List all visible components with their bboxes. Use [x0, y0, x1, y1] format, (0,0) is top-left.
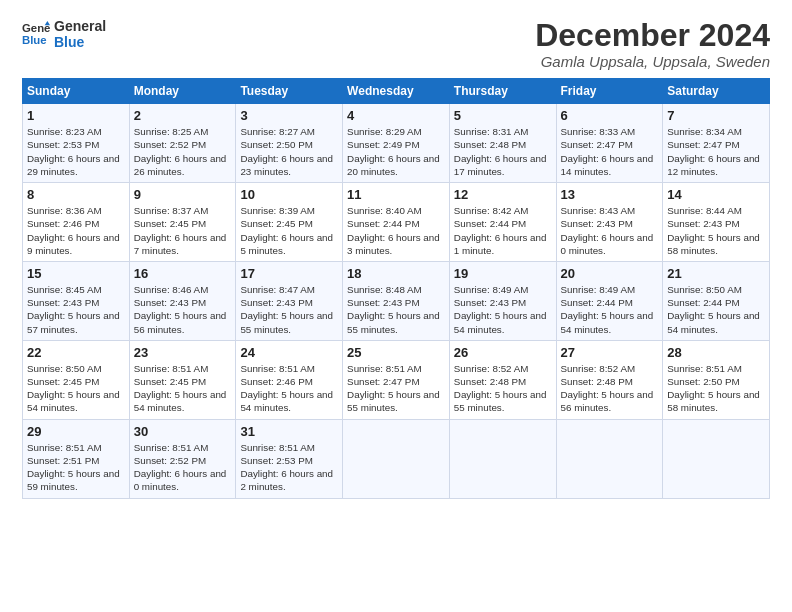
daylight-label: Daylight: 5 hours and 54 minutes. [561, 310, 654, 334]
sunset-label: Sunset: 2:49 PM [347, 139, 419, 150]
sunset-label: Sunset: 2:46 PM [240, 376, 312, 387]
day-info: Sunrise: 8:25 AM Sunset: 2:52 PM Dayligh… [134, 125, 232, 178]
sunset-label: Sunset: 2:43 PM [347, 297, 419, 308]
calendar-week-4: 22 Sunrise: 8:50 AM Sunset: 2:45 PM Dayl… [23, 340, 770, 419]
sunrise-label: Sunrise: 8:33 AM [561, 126, 636, 137]
calendar-cell: 11 Sunrise: 8:40 AM Sunset: 2:44 PM Dayl… [343, 183, 450, 262]
sunset-label: Sunset: 2:43 PM [561, 218, 633, 229]
sunrise-label: Sunrise: 8:27 AM [240, 126, 315, 137]
daylight-label: Daylight: 6 hours and 5 minutes. [240, 232, 333, 256]
day-number: 12 [454, 187, 552, 202]
daylight-label: Daylight: 6 hours and 0 minutes. [561, 232, 654, 256]
sunrise-label: Sunrise: 8:50 AM [667, 284, 742, 295]
daylight-label: Daylight: 6 hours and 9 minutes. [27, 232, 120, 256]
day-number: 26 [454, 345, 552, 360]
header-day-monday: Monday [129, 79, 236, 104]
daylight-label: Daylight: 6 hours and 26 minutes. [134, 153, 227, 177]
svg-text:Blue: Blue [22, 34, 47, 46]
day-number: 25 [347, 345, 445, 360]
day-info: Sunrise: 8:51 AM Sunset: 2:50 PM Dayligh… [667, 362, 765, 415]
sunrise-label: Sunrise: 8:51 AM [134, 363, 209, 374]
sunset-label: Sunset: 2:44 PM [667, 297, 739, 308]
day-info: Sunrise: 8:44 AM Sunset: 2:43 PM Dayligh… [667, 204, 765, 257]
sunset-label: Sunset: 2:45 PM [134, 376, 206, 387]
sunrise-label: Sunrise: 8:51 AM [667, 363, 742, 374]
calendar-cell: 10 Sunrise: 8:39 AM Sunset: 2:45 PM Dayl… [236, 183, 343, 262]
day-info: Sunrise: 8:47 AM Sunset: 2:43 PM Dayligh… [240, 283, 338, 336]
calendar-cell: 28 Sunrise: 8:51 AM Sunset: 2:50 PM Dayl… [663, 340, 770, 419]
day-info: Sunrise: 8:51 AM Sunset: 2:45 PM Dayligh… [134, 362, 232, 415]
header-day-tuesday: Tuesday [236, 79, 343, 104]
sunset-label: Sunset: 2:44 PM [347, 218, 419, 229]
daylight-label: Daylight: 5 hours and 59 minutes. [27, 468, 120, 492]
sunrise-label: Sunrise: 8:45 AM [27, 284, 102, 295]
calendar-cell: 21 Sunrise: 8:50 AM Sunset: 2:44 PM Dayl… [663, 261, 770, 340]
day-number: 21 [667, 266, 765, 281]
daylight-label: Daylight: 6 hours and 2 minutes. [240, 468, 333, 492]
sunset-label: Sunset: 2:47 PM [347, 376, 419, 387]
sunrise-label: Sunrise: 8:49 AM [454, 284, 529, 295]
day-info: Sunrise: 8:49 AM Sunset: 2:43 PM Dayligh… [454, 283, 552, 336]
sunset-label: Sunset: 2:48 PM [454, 376, 526, 387]
sunset-label: Sunset: 2:45 PM [27, 376, 99, 387]
day-number: 29 [27, 424, 125, 439]
calendar-cell: 31 Sunrise: 8:51 AM Sunset: 2:53 PM Dayl… [236, 419, 343, 498]
daylight-label: Daylight: 5 hours and 55 minutes. [454, 389, 547, 413]
day-info: Sunrise: 8:46 AM Sunset: 2:43 PM Dayligh… [134, 283, 232, 336]
day-info: Sunrise: 8:29 AM Sunset: 2:49 PM Dayligh… [347, 125, 445, 178]
daylight-label: Daylight: 5 hours and 54 minutes. [27, 389, 120, 413]
calendar-cell: 1 Sunrise: 8:23 AM Sunset: 2:53 PM Dayli… [23, 104, 130, 183]
day-number: 3 [240, 108, 338, 123]
calendar-cell [556, 419, 663, 498]
daylight-label: Daylight: 5 hours and 54 minutes. [667, 310, 760, 334]
calendar-cell: 9 Sunrise: 8:37 AM Sunset: 2:45 PM Dayli… [129, 183, 236, 262]
sunrise-label: Sunrise: 8:29 AM [347, 126, 422, 137]
day-number: 15 [27, 266, 125, 281]
sunrise-label: Sunrise: 8:50 AM [27, 363, 102, 374]
calendar-cell: 8 Sunrise: 8:36 AM Sunset: 2:46 PM Dayli… [23, 183, 130, 262]
sunset-label: Sunset: 2:44 PM [454, 218, 526, 229]
day-number: 24 [240, 345, 338, 360]
sunrise-label: Sunrise: 8:43 AM [561, 205, 636, 216]
calendar-cell: 25 Sunrise: 8:51 AM Sunset: 2:47 PM Dayl… [343, 340, 450, 419]
sunset-label: Sunset: 2:47 PM [667, 139, 739, 150]
day-number: 19 [454, 266, 552, 281]
sunrise-label: Sunrise: 8:23 AM [27, 126, 102, 137]
calendar-cell: 18 Sunrise: 8:48 AM Sunset: 2:43 PM Dayl… [343, 261, 450, 340]
calendar-cell: 5 Sunrise: 8:31 AM Sunset: 2:48 PM Dayli… [449, 104, 556, 183]
day-info: Sunrise: 8:51 AM Sunset: 2:52 PM Dayligh… [134, 441, 232, 494]
calendar-cell: 13 Sunrise: 8:43 AM Sunset: 2:43 PM Dayl… [556, 183, 663, 262]
calendar-cell [663, 419, 770, 498]
day-info: Sunrise: 8:51 AM Sunset: 2:46 PM Dayligh… [240, 362, 338, 415]
day-number: 17 [240, 266, 338, 281]
day-info: Sunrise: 8:34 AM Sunset: 2:47 PM Dayligh… [667, 125, 765, 178]
daylight-label: Daylight: 5 hours and 54 minutes. [134, 389, 227, 413]
day-number: 9 [134, 187, 232, 202]
calendar-cell: 20 Sunrise: 8:49 AM Sunset: 2:44 PM Dayl… [556, 261, 663, 340]
sunrise-label: Sunrise: 8:34 AM [667, 126, 742, 137]
daylight-label: Daylight: 5 hours and 56 minutes. [561, 389, 654, 413]
daylight-label: Daylight: 6 hours and 17 minutes. [454, 153, 547, 177]
daylight-label: Daylight: 5 hours and 54 minutes. [240, 389, 333, 413]
sunset-label: Sunset: 2:53 PM [240, 455, 312, 466]
daylight-label: Daylight: 6 hours and 23 minutes. [240, 153, 333, 177]
day-number: 4 [347, 108, 445, 123]
day-info: Sunrise: 8:51 AM Sunset: 2:53 PM Dayligh… [240, 441, 338, 494]
daylight-label: Daylight: 5 hours and 56 minutes. [134, 310, 227, 334]
sunset-label: Sunset: 2:43 PM [240, 297, 312, 308]
sunset-label: Sunset: 2:52 PM [134, 139, 206, 150]
sunrise-label: Sunrise: 8:48 AM [347, 284, 422, 295]
day-number: 10 [240, 187, 338, 202]
main-title: December 2024 [535, 18, 770, 53]
calendar-cell: 27 Sunrise: 8:52 AM Sunset: 2:48 PM Dayl… [556, 340, 663, 419]
daylight-label: Daylight: 5 hours and 55 minutes. [240, 310, 333, 334]
sunset-label: Sunset: 2:45 PM [240, 218, 312, 229]
sunset-label: Sunset: 2:43 PM [454, 297, 526, 308]
calendar-week-2: 8 Sunrise: 8:36 AM Sunset: 2:46 PM Dayli… [23, 183, 770, 262]
day-info: Sunrise: 8:50 AM Sunset: 2:45 PM Dayligh… [27, 362, 125, 415]
daylight-label: Daylight: 6 hours and 14 minutes. [561, 153, 654, 177]
day-number: 5 [454, 108, 552, 123]
sunrise-label: Sunrise: 8:42 AM [454, 205, 529, 216]
page: General Blue General Blue December 2024 … [0, 0, 792, 511]
day-number: 14 [667, 187, 765, 202]
